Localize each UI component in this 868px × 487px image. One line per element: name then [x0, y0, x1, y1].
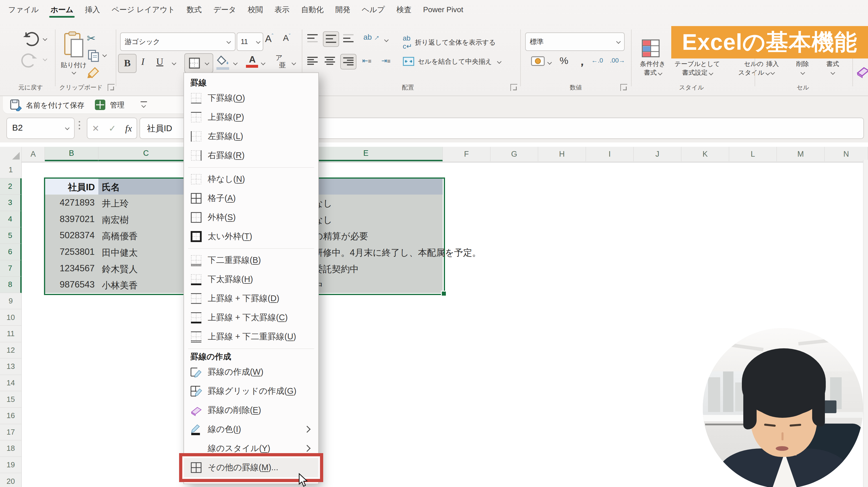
column-header-F[interactable]: F: [443, 147, 490, 161]
name-box-dropdown-icon[interactable]: [65, 126, 70, 130]
row-header-1[interactable]: 1: [0, 162, 22, 178]
cell-note-fragment-row6[interactable]: 研修中。4月末に終了し、本配属を予定。: [314, 247, 481, 259]
row-header-16[interactable]: 16: [0, 408, 22, 424]
menu-item-線の色(I)[interactable]: 線の色(I): [184, 420, 318, 439]
cell-name-row4[interactable]: 南宏樹: [102, 214, 129, 226]
tab-数式[interactable]: 数式: [187, 5, 202, 15]
select-all-corner[interactable]: [0, 147, 22, 162]
percent-button[interactable]: %: [560, 55, 568, 66]
cell-id-row4[interactable]: 8397021: [45, 214, 95, 224]
name-box-resize-handle[interactable]: [79, 121, 80, 130]
alignment-dialog-launcher[interactable]: [510, 84, 517, 91]
tab-ページ レイアウト[interactable]: ページ レイアウト: [112, 5, 175, 15]
delete-cells-button[interactable]: 削除: [788, 60, 817, 76]
column-header-N[interactable]: N: [825, 147, 868, 161]
row-header-11[interactable]: 11: [0, 326, 22, 342]
borders-button[interactable]: [184, 53, 213, 73]
underline-dropdown-icon[interactable]: [172, 61, 177, 65]
cell-name-row7[interactable]: 鈴木賢人: [102, 263, 138, 275]
column-header-A[interactable]: A: [22, 147, 45, 161]
menu-item-罫線の削除(E)[interactable]: 罫線の削除(E): [184, 401, 318, 420]
row-header-20[interactable]: 20: [0, 473, 22, 487]
cell-id-row3[interactable]: 4271893: [45, 197, 95, 208]
menu-item-罫線グリッドの作成(G)[interactable]: 罫線グリッドの作成(G): [184, 382, 318, 401]
row-header-13[interactable]: 13: [0, 359, 22, 375]
menu-item-下太罫線(H)[interactable]: 下太罫線(H): [184, 270, 318, 289]
cut-button[interactable]: ✂: [87, 32, 95, 45]
undo-button[interactable]: [21, 31, 39, 49]
fx-button[interactable]: fx: [125, 123, 132, 134]
menu-item-下二重罫線(B)[interactable]: 下二重罫線(B): [184, 251, 318, 270]
row-header-2[interactable]: 2: [0, 178, 22, 195]
font-name-dropdown-icon[interactable]: [226, 39, 231, 44]
row-header-10[interactable]: 10: [0, 309, 22, 326]
column-header-J[interactable]: J: [633, 147, 681, 161]
tab-ホーム[interactable]: ホーム: [50, 5, 73, 15]
column-header-K[interactable]: K: [681, 147, 729, 161]
menu-item-太い外枠(T)[interactable]: 太い外枠(T): [184, 227, 318, 246]
format-as-table-label-2[interactable]: 書式設定: [674, 68, 720, 77]
tab-検査[interactable]: 検査: [396, 5, 411, 15]
wrap-text-button[interactable]: abc↵ 折り返して全体を表示する: [403, 34, 496, 50]
tab-校閲[interactable]: 校閲: [248, 5, 263, 15]
row-header-12[interactable]: 12: [0, 342, 22, 359]
align-right-button[interactable]: [340, 54, 356, 69]
row-header-9[interactable]: 9: [0, 293, 22, 310]
menu-item-右罫線(R)[interactable]: 右罫線(R): [184, 146, 318, 165]
fill-handle[interactable]: [441, 291, 447, 296]
tab-ヘルプ[interactable]: ヘルプ: [362, 5, 385, 15]
font-name-combo[interactable]: 游ゴシック: [120, 32, 236, 51]
copy-button[interactable]: [87, 49, 100, 62]
cell-name-row3[interactable]: 井上玲: [102, 197, 129, 210]
font-size-dropdown-icon[interactable]: [256, 39, 261, 44]
cell-id-row5[interactable]: 5028374: [45, 230, 95, 240]
cell-name-row5[interactable]: 高橋優香: [102, 230, 138, 242]
font-size-combo[interactable]: 11: [237, 32, 263, 51]
row-header-3[interactable]: 3: [0, 195, 22, 211]
save-as-button[interactable]: 名前を付けて保存: [10, 99, 85, 111]
column-header-B[interactable]: B: [45, 147, 98, 161]
align-top-button[interactable]: [307, 34, 318, 42]
cell-note-fragment-row5[interactable]: の精算が必要: [314, 230, 368, 242]
number-dialog-launcher[interactable]: [620, 84, 627, 91]
bold-button[interactable]: B: [118, 54, 136, 73]
fill-color-button[interactable]: [216, 55, 231, 70]
qat-customize-icon[interactable]: [141, 101, 147, 108]
manage-button[interactable]: 管理: [94, 99, 124, 111]
column-header-C[interactable]: C: [98, 147, 194, 161]
insert-cells-button[interactable]: 挿入: [758, 60, 787, 76]
row-header-4[interactable]: 4: [0, 211, 22, 228]
accounting-dropdown-icon[interactable]: [548, 60, 552, 65]
tab-Power Pivot[interactable]: Power Pivot: [423, 5, 463, 14]
italic-button[interactable]: I: [141, 56, 144, 67]
tab-挿入[interactable]: 挿入: [85, 5, 100, 15]
menu-item-線のスタイル(Y)[interactable]: 線のスタイル(Y): [184, 439, 318, 458]
row-header-18[interactable]: 18: [0, 440, 22, 457]
redo-button[interactable]: [21, 52, 39, 70]
column-header-M[interactable]: M: [777, 147, 825, 161]
merge-center-button[interactable]: セルを結合して中央揃え: [403, 57, 501, 66]
cancel-button[interactable]: ✕: [92, 123, 99, 134]
accounting-format-button[interactable]: [531, 56, 545, 67]
font-color-dropdown-icon[interactable]: [261, 61, 266, 65]
clipboard-dialog-launcher[interactable]: [107, 84, 115, 91]
column-header-L[interactable]: L: [729, 147, 777, 161]
align-center-button[interactable]: [324, 57, 335, 65]
enter-button[interactable]: ✓: [108, 123, 116, 134]
conditional-formatting-button[interactable]: [642, 39, 660, 58]
increase-indent-button[interactable]: ⇥≡: [381, 57, 391, 65]
align-left-button[interactable]: [307, 57, 318, 65]
number-format-dropdown-icon[interactable]: [616, 39, 621, 44]
number-format-combo[interactable]: 標準: [525, 32, 625, 51]
tab-データ[interactable]: データ: [213, 5, 236, 15]
column-header-I[interactable]: I: [586, 147, 633, 161]
format-cells-button[interactable]: 書式: [818, 60, 847, 76]
row-header-6[interactable]: 6: [0, 244, 22, 260]
conditional-formatting-label-2[interactable]: 書式: [636, 68, 670, 77]
increase-decimal-button[interactable]: ←.0: [591, 57, 603, 64]
decrease-decimal-button[interactable]: .00→: [610, 57, 625, 64]
insert-dropdown-icon[interactable]: [770, 70, 775, 75]
menu-item-上罫線 + 下罫線(D)[interactable]: 上罫線 + 下罫線(D): [184, 289, 318, 308]
name-box[interactable]: B2: [6, 118, 75, 139]
cell-note-fragment-row7[interactable]: 委託契約中: [314, 263, 359, 275]
